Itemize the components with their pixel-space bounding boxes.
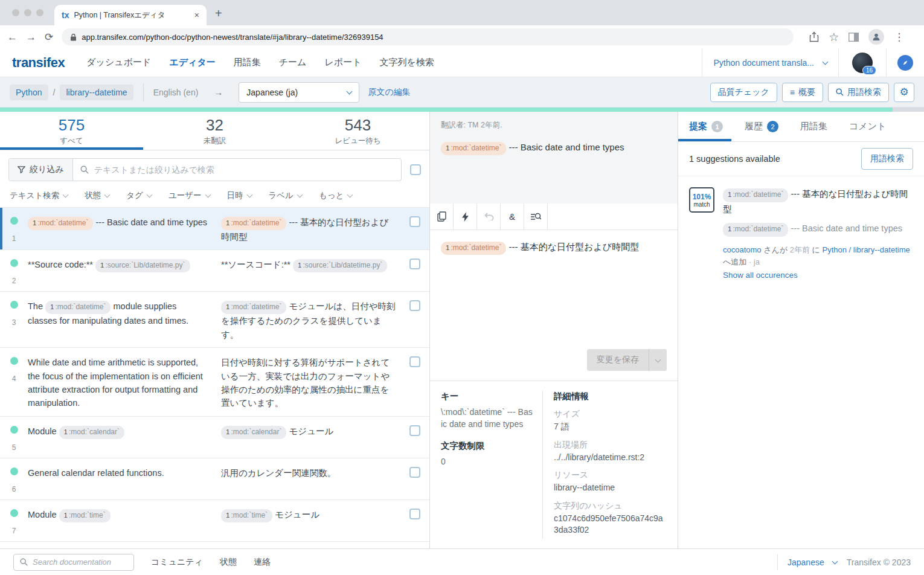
filter-dropdown-ラベル[interactable]: ラベル [269, 190, 302, 201]
filter-dropdown-もっと[interactable]: もっと [319, 190, 352, 201]
footer-language-select[interactable]: Japanese [788, 557, 837, 567]
table-row[interactable]: 4While date and time arithmetic is suppo… [0, 348, 429, 417]
filter-toggle-label: 絞り込み [30, 164, 64, 175]
row-checkbox[interactable] [409, 425, 420, 436]
tab-コメント[interactable]: コメント [849, 112, 886, 141]
nav-item-ダッシュボード[interactable]: ダッシュボード [86, 57, 151, 68]
detail-label: 文字列のハッシュ [554, 501, 667, 512]
share-icon[interactable] [809, 31, 819, 42]
filter-dropdown-テキスト検索[interactable]: テキスト検索 [10, 190, 68, 201]
string-count-tab[interactable]: 543レビュー待ち [286, 112, 429, 150]
filter-dropdown-状態[interactable]: 状態 [85, 190, 109, 201]
select-all-checkbox[interactable] [410, 164, 421, 175]
undo-icon[interactable] [477, 204, 501, 230]
row-checkbox[interactable] [409, 300, 420, 311]
term-search-button[interactable]: 用語検索 [828, 83, 889, 102]
row-gutter: 2 [0, 256, 28, 285]
table-row[interactable]: 2**Source code:** 1:source:`Lib/datetime… [0, 250, 429, 292]
settings-gear-icon[interactable]: ⚙ [894, 83, 914, 102]
quality-check-button[interactable]: 品質チェック [710, 83, 777, 102]
help-compass-wrap[interactable] [887, 48, 924, 77]
translation-progress-bar [0, 108, 924, 112]
nav-item-用語集[interactable]: 用語集 [234, 57, 261, 68]
browser-profile-icon[interactable] [868, 29, 884, 45]
minimize-window-icon[interactable] [24, 9, 31, 16]
close-window-icon[interactable] [12, 9, 19, 16]
filter-dropdown-ユーザー[interactable]: ユーザー [168, 190, 210, 201]
save-options-caret[interactable] [649, 349, 667, 371]
nav-item-エディター[interactable]: エディター [169, 57, 215, 68]
tab-提案[interactable]: 提案1 [689, 112, 723, 141]
footer-link-contact[interactable]: 連絡 [254, 557, 271, 568]
table-row[interactable]: 8Time access and conversions. 時刻へのアクセスと変… [0, 542, 429, 548]
breadcrumb-resource[interactable]: library--datetime [60, 85, 133, 100]
nav-item-チーム[interactable]: チーム [279, 57, 307, 68]
breadcrumb-project[interactable]: Python [10, 85, 48, 100]
filter-dropdown-タグ[interactable]: タグ [126, 190, 152, 201]
save-button[interactable]: 変更を保存 [587, 349, 649, 371]
forward-icon[interactable]: → [26, 32, 36, 42]
project-selector[interactable]: Python document transla... [702, 58, 838, 68]
address-bar[interactable]: app.transifex.com/python-doc/python-newe… [62, 28, 794, 45]
inline-tag-chip: 1:source:`Lib/datetime.py` [95, 259, 190, 272]
string-count-tab[interactable]: 575すべて [0, 112, 143, 150]
copy-source-icon[interactable] [430, 204, 454, 230]
row-checkbox[interactable] [409, 467, 420, 478]
reload-icon[interactable]: ⟳ [45, 32, 53, 42]
inline-tag-chip: 1:mod:`datetime` [28, 217, 93, 230]
compass-icon[interactable] [897, 55, 913, 71]
row-checkbox[interactable] [409, 509, 420, 519]
browser-tab[interactable]: tx Python | Transifexエディタ × [54, 5, 207, 25]
status-dot [10, 301, 18, 309]
special-characters-icon[interactable]: & [501, 204, 524, 230]
edit-source-link[interactable]: 原文の編集 [368, 87, 410, 98]
string-count-tab[interactable]: 32未翻訳 [143, 112, 286, 150]
bookmark-star-icon[interactable]: ☆ [829, 31, 839, 43]
string-search-input[interactable] [94, 165, 394, 175]
row-checkbox[interactable] [409, 216, 420, 227]
back-icon[interactable]: ← [7, 32, 18, 42]
avatar[interactable]: 16 [852, 53, 873, 73]
footer-link-community[interactable]: コミュニティ [151, 557, 203, 568]
suggestion-meta: cocoatomo さんが 2年前 に Python / library--da… [723, 244, 913, 268]
nav-item-文字列を検索[interactable]: 文字列を検索 [380, 57, 434, 68]
match-label: match [693, 201, 710, 208]
suggestion-card[interactable]: 101% match 1:mod:`datetime` --- 基本的な日付型お… [678, 176, 924, 294]
meta-link[interactable]: Python / library--datetime [823, 245, 910, 254]
overview-button[interactable]: ≡概要 [782, 83, 823, 102]
table-row[interactable]: 5Module 1:mod:`calendar` 1:mod:`calendar… [0, 417, 429, 458]
machine-translate-bolt-icon[interactable] [454, 204, 477, 230]
segment-text: モジュール [275, 510, 319, 519]
row-source-text: General calendar related functions. [28, 464, 221, 493]
footer-right: Japanese Transifex © 2023 [777, 554, 911, 570]
footer-link-status[interactable]: 状態 [220, 557, 237, 568]
tab-履歴[interactable]: 履歴2 [745, 112, 778, 141]
meta-link[interactable]: cocoatomo [723, 245, 762, 254]
show-all-occurrences-link[interactable]: Show all occurences [723, 269, 798, 282]
new-tab-button[interactable]: + [215, 7, 222, 21]
nav-item-レポート[interactable]: レポート [324, 57, 361, 68]
doc-search-input[interactable] [33, 557, 127, 567]
transifex-logo[interactable]: transifex [12, 55, 65, 71]
browser-menu-icon[interactable]: ⋮ [894, 32, 904, 42]
filter-toggle-button[interactable]: 絞り込み [9, 159, 73, 181]
row-checkbox[interactable] [409, 356, 420, 367]
sidebar-icon[interactable] [849, 33, 859, 42]
table-row[interactable]: 3The 1:mod:`datetime` module supplies cl… [0, 292, 429, 348]
chevron-down-icon [246, 192, 252, 198]
glossary-search-button[interactable]: 用語検索 [861, 148, 913, 170]
translation-input-area[interactable]: 1:mod:`datetime` --- 基本的な日付型および時間型 変更を保存 [430, 230, 678, 381]
target-language-select[interactable]: Japanese (ja) [239, 82, 359, 103]
maximize-window-icon[interactable] [36, 9, 43, 16]
table-row[interactable]: 7Module 1:mod:`time` 1:mod:`time` モジュール [0, 500, 429, 542]
tab-用語集[interactable]: 用語集 [800, 112, 827, 141]
window-controls[interactable] [0, 0, 54, 25]
table-row[interactable]: 6General calendar related functions. 汎用の… [0, 458, 429, 500]
user-avatar-wrap[interactable]: 16 [839, 48, 886, 77]
concordance-search-icon[interactable] [524, 204, 548, 230]
row-checkbox[interactable] [409, 259, 420, 269]
table-row[interactable]: 11:mod:`datetime` --- Basic date and tim… [0, 208, 429, 250]
close-tab-icon[interactable]: × [194, 10, 199, 20]
row-gutter: 1 [0, 214, 28, 243]
filter-dropdown-日時[interactable]: 日時 [227, 190, 252, 201]
